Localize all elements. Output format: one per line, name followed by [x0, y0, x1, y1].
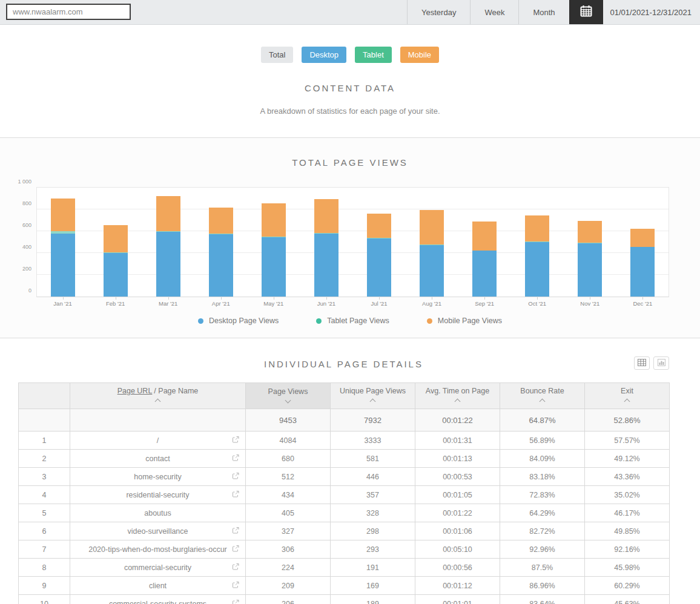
unique-page-views-label: Unique Page Views: [340, 387, 406, 395]
unique-page-views: 446: [331, 468, 415, 486]
range-button-week[interactable]: Week: [470, 0, 518, 24]
avg-time-label: Avg. Time on Page: [426, 387, 489, 395]
bar-segment-mobile[interactable]: [420, 210, 444, 245]
site-url-input[interactable]: [6, 4, 131, 20]
external-link-icon[interactable]: [232, 436, 239, 445]
bar-segment-mobile[interactable]: [472, 222, 497, 251]
external-link-icon[interactable]: [232, 545, 239, 554]
stacked-bar-jan21[interactable]: [51, 188, 75, 297]
stacked-bar-mar21[interactable]: [156, 188, 180, 297]
external-link-icon[interactable]: [232, 454, 239, 463]
row-rank: 10: [19, 595, 70, 604]
legend-dot: [427, 318, 432, 324]
external-link-icon[interactable]: [232, 599, 239, 604]
bar-segment-mobile[interactable]: [209, 208, 233, 234]
bar-segment-desktop[interactable]: [525, 242, 549, 297]
bar-segment-desktop[interactable]: [156, 232, 180, 297]
bar-segment-desktop[interactable]: [104, 253, 128, 297]
page-url-column-header[interactable]: Page URL/ Page Name: [70, 383, 246, 409]
row-rank: 1: [19, 432, 70, 450]
bar-segment-mobile[interactable]: [104, 225, 128, 253]
avg-time-column-header[interactable]: Avg. Time on Page: [415, 383, 500, 409]
stacked-bar-dec21[interactable]: [630, 188, 655, 297]
page-name-cell: aboutus: [70, 504, 246, 522]
page-details-table: Page URL/ Page Name Page Views Unique Pa…: [18, 382, 669, 604]
unique-page-views-column-header[interactable]: Unique Page Views: [331, 383, 415, 409]
avg-time: 00:05:10: [415, 540, 500, 559]
bar-segment-mobile[interactable]: [314, 199, 338, 233]
stacked-bar-aug21[interactable]: [420, 188, 444, 297]
external-link-icon[interactable]: [232, 527, 239, 536]
range-button-yesterday[interactable]: Yesterday: [407, 0, 470, 24]
bars-layer: [37, 188, 669, 297]
stacked-bar-jul21[interactable]: [367, 188, 391, 297]
legend-item-mobile[interactable]: Mobile Page Views: [427, 317, 502, 325]
avg-time: 00:01:13: [415, 450, 500, 468]
chart-title: TOTAL PAGE VIEWS: [0, 138, 700, 168]
bar-slot: [510, 188, 563, 297]
page-name-label: / Page Name: [154, 387, 198, 395]
table-view-button[interactable]: [634, 356, 650, 370]
exit-column-header[interactable]: Exit: [585, 383, 670, 409]
table-row: 4residential-security43435700:01:0572.83…: [19, 486, 670, 504]
filter-tablet-button[interactable]: Tablet: [355, 47, 392, 63]
legend-item-desktop[interactable]: Desktop Page Views: [198, 317, 279, 325]
stacked-bar-may21[interactable]: [262, 188, 286, 297]
bounce-rate: 82.72%: [500, 522, 585, 540]
row-rank: 8: [19, 559, 70, 577]
bar-segment-mobile[interactable]: [525, 215, 549, 241]
calendar-button[interactable]: [569, 0, 603, 24]
bar-segment-desktop[interactable]: [578, 243, 602, 297]
stacked-bar-oct21[interactable]: [525, 188, 549, 297]
stacked-bar-apr21[interactable]: [209, 188, 233, 297]
filter-mobile-button[interactable]: Mobile: [400, 47, 439, 63]
bar-segment-desktop[interactable]: [51, 234, 75, 297]
bar-segment-desktop[interactable]: [209, 234, 233, 297]
stacked-bar-jun21[interactable]: [314, 188, 338, 297]
page-views-column-header[interactable]: Page Views: [246, 383, 331, 409]
bar-segment-mobile[interactable]: [156, 196, 180, 232]
page-url-link[interactable]: Page URL: [117, 387, 153, 395]
unique-page-views: 3333: [331, 432, 415, 450]
bar-segment-mobile[interactable]: [367, 214, 391, 238]
chart-view-button[interactable]: [653, 356, 669, 370]
range-button-month[interactable]: Month: [518, 0, 569, 24]
rank-column-header: [19, 383, 70, 409]
exit-label: Exit: [621, 387, 633, 395]
legend-label: Tablet Page Views: [327, 317, 389, 325]
bounce-rate-column-header[interactable]: Bounce Rate: [500, 383, 585, 409]
bar-segment-mobile[interactable]: [51, 199, 75, 231]
bar-segment-desktop[interactable]: [420, 245, 444, 297]
summary-avg-time: 00:01:22: [415, 409, 500, 432]
bar-segment-desktop[interactable]: [314, 234, 338, 297]
bar-segment-mobile[interactable]: [630, 229, 655, 247]
filter-desktop-button[interactable]: Desktop: [302, 47, 346, 63]
bar-segment-desktop[interactable]: [630, 247, 655, 297]
external-link-icon[interactable]: [232, 581, 239, 590]
page-views: 306: [246, 540, 331, 559]
sort-desc-icon: [285, 398, 291, 404]
legend-label: Desktop Page Views: [209, 317, 279, 325]
x-axis-label: Jan '21: [36, 300, 89, 307]
bar-segment-desktop[interactable]: [262, 237, 286, 297]
page-name-cell: commercial-security-systems: [70, 595, 246, 604]
stacked-bar-feb21[interactable]: [104, 188, 128, 297]
bounce-rate: 84.09%: [500, 450, 585, 468]
bar-segment-mobile[interactable]: [262, 203, 286, 237]
x-axis-label: Dec '21: [616, 300, 669, 307]
page-views: 405: [246, 504, 331, 522]
filter-total-button[interactable]: Total: [261, 47, 293, 63]
bounce-rate: 83.64%: [500, 595, 585, 604]
stacked-bar-nov21[interactable]: [578, 188, 602, 297]
bar-segment-desktop[interactable]: [367, 238, 391, 297]
stacked-bar-sep21[interactable]: [472, 188, 497, 297]
bar-segment-desktop[interactable]: [472, 251, 497, 297]
table-row: 2contact68058100:01:1384.09%49.12%: [19, 450, 670, 468]
external-link-icon[interactable]: [232, 490, 239, 499]
external-link-icon[interactable]: [232, 472, 239, 481]
bar-segment-mobile[interactable]: [578, 221, 602, 243]
bar-chart-icon: [658, 358, 665, 369]
legend-item-tablet[interactable]: Tablet Page Views: [316, 317, 389, 325]
external-link-icon[interactable]: [232, 563, 239, 572]
avg-time: 00:01:12: [415, 577, 500, 595]
